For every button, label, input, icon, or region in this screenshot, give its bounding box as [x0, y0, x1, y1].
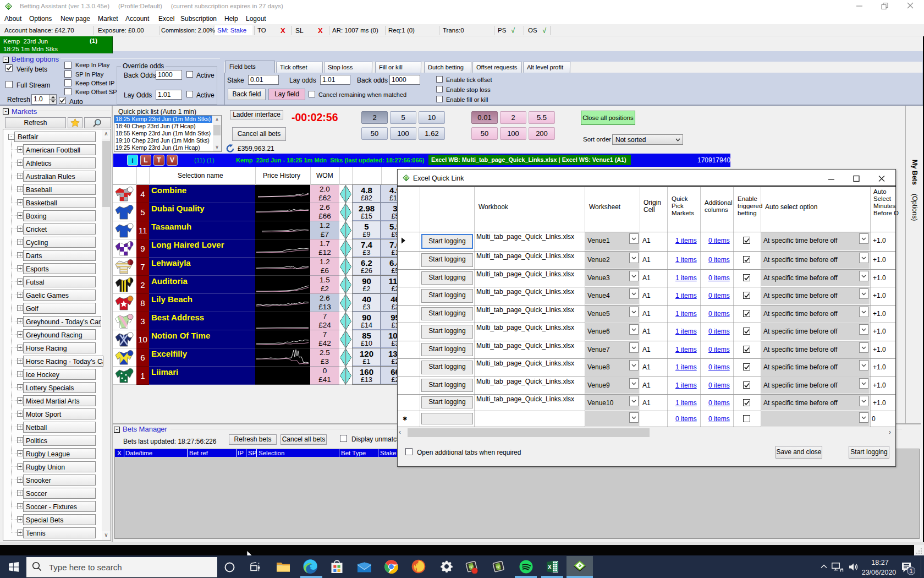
svg-text:1: 1: [909, 568, 912, 574]
svg-text:X: X: [548, 564, 552, 570]
